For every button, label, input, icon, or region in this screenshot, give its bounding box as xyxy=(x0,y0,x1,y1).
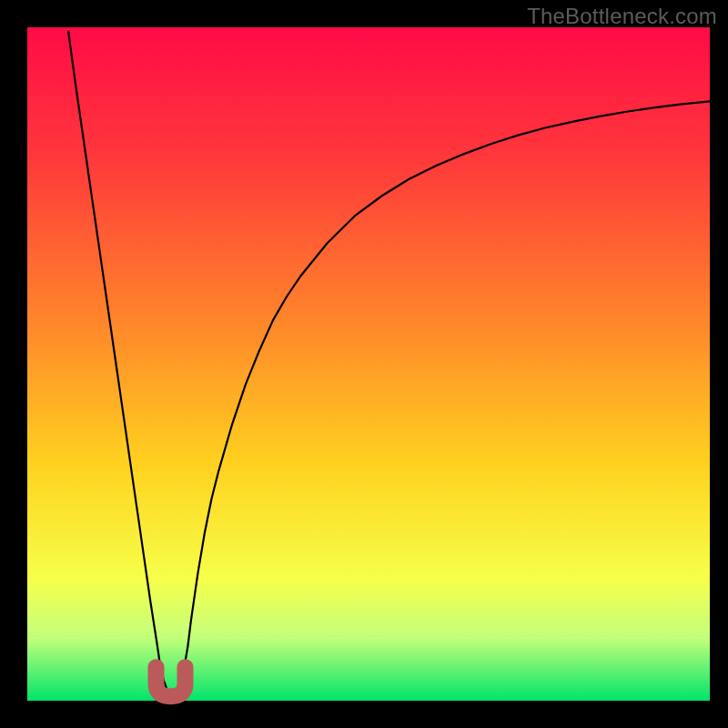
watermark-text: TheBottleneck.com xyxy=(527,4,717,29)
bottom-band xyxy=(27,637,710,701)
plot-gradient-background xyxy=(27,27,710,701)
bottleneck-chart xyxy=(0,0,728,728)
